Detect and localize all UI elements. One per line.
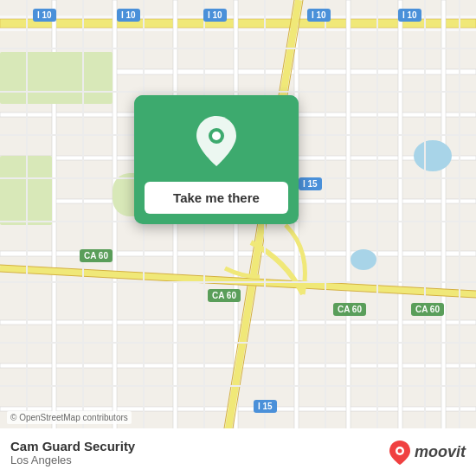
svg-rect-25: [0, 52, 113, 104]
svg-rect-17: [398, 0, 402, 476]
svg-rect-12: [113, 0, 117, 476]
location-info: Cam Guard Security Los Angeles: [10, 439, 389, 466]
svg-rect-42: [203, 0, 205, 476]
bottom-bar: Cam Guard Security Los Angeles moovit: [0, 428, 476, 476]
svg-rect-41: [143, 0, 145, 476]
svg-rect-35: [0, 281, 476, 283]
take-me-there-button[interactable]: Take me there: [145, 182, 288, 214]
svg-rect-47: [459, 0, 460, 476]
svg-rect-37: [0, 385, 476, 387]
location-city: Los Angeles: [10, 453, 389, 466]
moovit-brand-text: moovit: [415, 443, 466, 461]
svg-rect-39: [26, 0, 28, 476]
svg-rect-40: [82, 0, 84, 476]
svg-rect-31: [0, 91, 476, 93]
road-badge-i10-5: I 10: [398, 9, 421, 22]
svg-point-51: [397, 448, 402, 453]
road-badge-i10-3: I 10: [203, 9, 227, 22]
svg-rect-36: [0, 342, 476, 344]
road-badge-i10-1: I 10: [33, 9, 56, 22]
svg-point-28: [414, 140, 452, 171]
road-badge-ca60-1: CA 60: [80, 249, 113, 262]
svg-rect-13: [173, 0, 177, 476]
road-badge-i10-2: I 10: [117, 9, 140, 22]
svg-rect-46: [424, 0, 426, 476]
location-name: Cam Guard Security: [10, 439, 389, 453]
svg-rect-30: [0, 48, 476, 49]
road-badge-ca60-2: CA 60: [208, 289, 241, 302]
svg-rect-45: [376, 0, 378, 476]
road-badge-ca60-3: CA 60: [333, 303, 366, 316]
popup-icon-area: [134, 95, 299, 182]
svg-rect-16: [346, 0, 351, 476]
map-container: I 10 I 10 I 10 I 10 I 10 I 15 I 15 CA 60…: [0, 0, 476, 476]
moovit-pin-icon: [389, 440, 411, 466]
map-roads: [0, 0, 476, 476]
road-badge-i15-1: I 15: [299, 177, 322, 190]
svg-rect-44: [325, 0, 326, 476]
road-badge-ca60-4: CA 60: [411, 303, 444, 316]
svg-point-29: [351, 249, 376, 270]
road-badge-i15-2: I 15: [254, 400, 277, 413]
map-copyright: © OpenStreetMap contributors: [7, 411, 132, 424]
popup-card: Take me there: [134, 95, 299, 224]
road-badge-i10-4: I 10: [307, 9, 331, 22]
svg-point-49: [212, 132, 221, 140]
location-pin-icon: [193, 114, 240, 168]
moovit-logo: moovit: [389, 440, 466, 466]
svg-rect-18: [441, 0, 446, 476]
